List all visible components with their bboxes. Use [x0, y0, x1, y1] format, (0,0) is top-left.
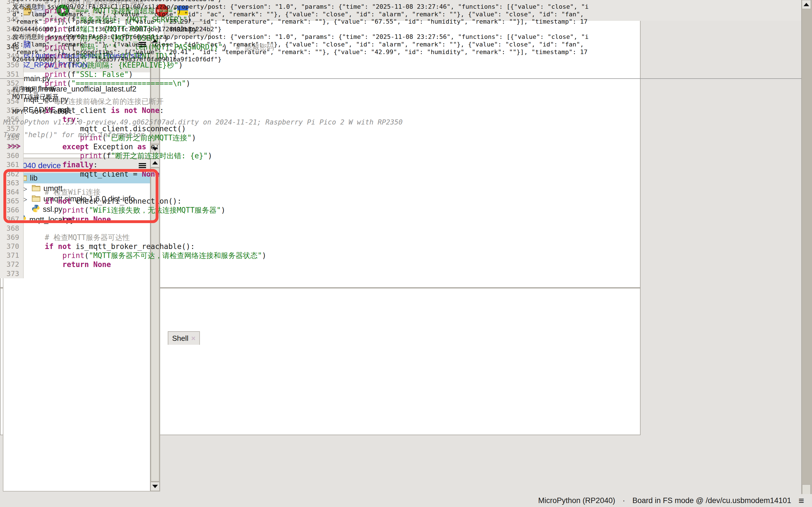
status-port[interactable]: Board in FS mode @ /dev/cu.usbmodem14101: [632, 496, 791, 505]
shell-line-out: MQTT连接已断开: [3, 93, 801, 101]
shell-line-welcome: MicroPython v1.25.0-preview.49.g0625f07a…: [3, 116, 801, 128]
shell-line-out: "remark": ""}], "properties": [{"value":…: [3, 18, 801, 25]
shell-line-out: d": "lamp", "remark": ""}, {"value": "cl…: [3, 41, 801, 48]
shell-line-out: MPY: soft reboot: [3, 108, 801, 116]
shell-line-welcome: Type "help()" for more information.: [3, 128, 801, 141]
status-bar: MicroPython (RP2040) · Board in FS mode …: [0, 494, 812, 507]
shell-line-out: 62644476000}, "did": "15da57749a37ef0fa0…: [3, 56, 801, 63]
shell-line-out: 发布消息到 $sys/99/02:FA:83:C1:FD:60/silizap/…: [3, 3, 801, 11]
shell-scrollbar[interactable]: [801, 0, 812, 507]
shell-line-prompt: >>>: [3, 141, 801, 152]
status-interpreter[interactable]: MicroPython (RP2040): [538, 496, 615, 505]
shell-line-out: 程序被用户中断: [3, 86, 801, 93]
shell-line-out: 62644466000}, "did": "f36723ffc7b907dbe1…: [3, 25, 801, 33]
scroll-up-icon[interactable]: [802, 0, 811, 9]
shell-line-sep: [3, 71, 801, 86]
shell-output[interactable]: 62644456000}, "did": "920c32d93e4213e608…: [3, 0, 801, 152]
shell-line-out: "remark": ""}], "properties": [{"value":…: [3, 48, 801, 56]
shell-line-out: d": "lamp", "remark": ""}, {"value": "cl…: [3, 11, 801, 18]
shell-panel[interactable]: 62644456000}, "did": "920c32d93e4213e608…: [0, 288, 641, 435]
status-separator: ·: [622, 496, 625, 505]
shell-line-blank: [3, 101, 801, 108]
shell-line-out: 发布消息到 $sys/99/02:FA:83:C1:FD:60/silizap/…: [3, 33, 801, 41]
shell-line-out: 62644456000}, "did": "920c32d93e4213e608…: [3, 0, 801, 3]
shell-line-blank: [3, 63, 801, 71]
status-menu-icon[interactable]: ≡: [799, 498, 804, 503]
